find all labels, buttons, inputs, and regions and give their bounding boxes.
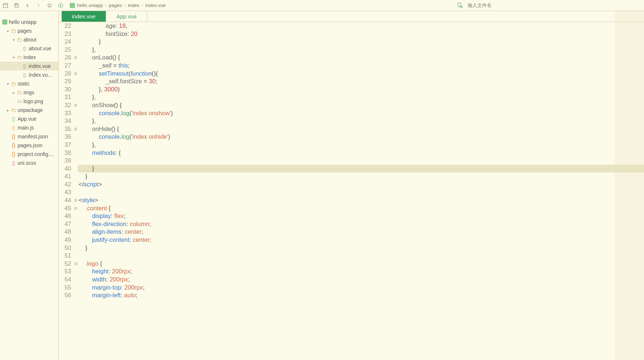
breadcrumb-item[interactable]: index.vue [145,3,166,8]
chevron-down-icon: ▾ [5,82,10,86]
run-icon[interactable] [57,2,64,9]
tree-file-manifest-json[interactable]: {} manifest.json [0,132,58,141]
chevron-right-icon: ▸ [11,91,16,95]
breadcrumb-item[interactable]: hello uniapp [77,3,103,8]
svg-rect-0 [3,3,8,8]
project-icon [70,3,75,8]
scss-file-icon: ▯ [10,160,17,166]
chevron-right-icon: › [124,3,126,8]
tree-folder-imgs[interactable]: ▸ 🗀 imgs [0,88,58,97]
tree-folder-pages[interactable]: ▾ 🗀 pages [0,26,58,35]
tree-label: manifest.json [18,134,48,139]
tab-app-vue[interactable]: App.vue [106,11,147,22]
breadcrumb-item[interactable]: pages [109,3,122,8]
tree-label: hello uniapp [9,19,37,25]
breadcrumbs: hello uniapp › pages › index › index.vue [70,3,166,8]
tree-file-about-vue[interactable]: ▯ about.vue [0,44,58,53]
tree-label: logo.png [23,98,43,104]
folder-icon: 🗀 [10,81,17,87]
vue-file-icon: ▯ [21,72,28,78]
tree-file-uni-scss[interactable]: ▯ uni.scss [0,159,58,167]
nav-back-icon[interactable] [24,2,31,9]
breadcrumb-item[interactable]: index [128,3,139,8]
minimap[interactable] [615,22,644,360]
tree-folder-about[interactable]: ▾ 🗀 about [0,35,58,44]
tree-file-index-vu-trunc[interactable]: ▯ index.vu... [0,70,58,79]
tree-label: main.js [18,125,34,131]
tree-project-root[interactable]: hello uniapp [0,18,58,26]
star-icon[interactable] [46,2,53,9]
vue-file-icon: ▯ [21,46,28,51]
toolbar-left: hello uniapp › pages › index › index.vue [2,2,166,9]
tree-file-project-config[interactable]: {} project.config.... [0,150,58,159]
tree-file-pages-json[interactable]: {} pages.json [0,141,58,150]
save-icon[interactable] [13,2,20,9]
svg-rect-2 [15,4,17,5]
tree-label: index.vue [29,63,51,69]
tree-folder-index[interactable]: ▾ 🗀 index [0,53,58,62]
vue-file-icon: ▯ [21,63,28,69]
tree-label: unpackage [18,107,43,113]
tree-label: index [23,54,36,60]
folder-icon: 🗀 [16,90,23,95]
tree-file-main-js[interactable]: ▯ main.js [0,123,58,132]
chevron-right-icon: › [141,3,143,8]
chevron-right-icon: ▸ [5,108,10,112]
project-icon [2,19,7,25]
chevron-right-icon: › [105,3,106,8]
json-file-icon: {} [10,134,17,139]
file-tree: hello uniapp ▾ 🗀 pages ▾ 🗀 about ▯ about… [0,11,59,360]
js-file-icon: ▯ [10,125,17,131]
folder-icon: 🗀 [10,107,17,113]
line-number-gutter: 2223242526272829303132333435363738394041… [59,22,73,360]
tree-folder-static[interactable]: ▾ 🗀 static [0,79,58,88]
tree-label: pages [18,28,32,34]
tree-label: App.vue [18,116,36,122]
folder-icon: 🗀 [16,54,23,60]
tree-label: index.vu... [29,72,52,78]
json-file-icon: {} [10,151,17,157]
search-input[interactable] [466,1,635,10]
toolbar: hello uniapp › pages › index › index.vue [0,0,644,11]
tree-file-app-vue[interactable]: ▯ App.vue [0,114,58,123]
chevron-down-icon: ▾ [11,55,16,59]
svg-line-6 [462,7,463,8]
tab-label: index.vue [72,13,95,19]
tree-label: imgs [23,90,35,95]
code-editor[interactable]: 2223242526272829303132333435363738394041… [59,22,644,360]
image-file-icon: ▭ [16,98,23,104]
editor-tabs: index.vue App.vue [59,11,644,22]
tree-file-index-vue[interactable]: ▯ index.vue [0,62,58,70]
search-file-icon[interactable] [457,2,463,9]
chevron-down-icon: ▾ [5,29,10,33]
chevron-down-icon: ▾ [11,38,16,42]
folder-icon: 🗀 [10,28,17,34]
menu-icon[interactable] [2,2,9,9]
toolbar-right [457,1,642,10]
tree-label: project.config.... [18,151,54,157]
tree-label: uni.scss [18,160,36,166]
vue-file-icon: ▯ [10,116,17,122]
tree-label: about [23,37,36,43]
editor-area: index.vue App.vue 2223242526272829303132… [59,11,644,360]
tree-label: static [18,81,30,87]
tree-file-logo-png[interactable]: ▭ logo.png [0,97,58,106]
tree-label: pages.json [18,142,43,148]
tab-index-vue[interactable]: index.vue [62,11,106,22]
main: hello uniapp ▾ 🗀 pages ▾ 🗀 about ▯ about… [0,11,644,360]
tree-folder-unpackage[interactable]: ▸ 🗀 unpackage [0,106,58,114]
tree-label: about.vue [29,46,51,51]
folder-icon: 🗀 [16,37,23,43]
nav-forward-icon[interactable] [35,2,42,9]
fold-gutter[interactable]: ⊟⊟⊟⊟⊟⊟⊟ [73,22,78,360]
json-file-icon: {} [10,142,17,148]
code-content[interactable]: age: 18, fontSize: 20 } }, onLoad() { _s… [78,22,644,360]
tab-label: App.vue [116,13,137,19]
